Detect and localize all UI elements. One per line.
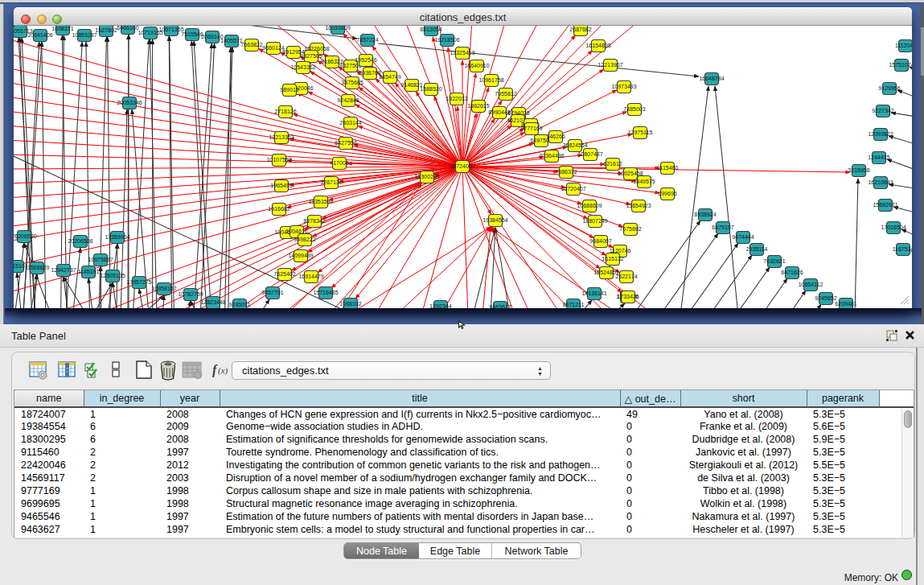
svg-text:20364436: 20364436: [539, 153, 564, 159]
svg-text:1952546: 1952546: [355, 57, 376, 63]
svg-text:12213363: 12213363: [269, 134, 294, 140]
svg-text:16033809: 16033809: [325, 26, 350, 31]
svg-text:1965493: 1965493: [270, 183, 292, 188]
svg-text:3267130: 3267130: [320, 179, 342, 185]
svg-text:15716485: 15716485: [313, 290, 338, 295]
svg-text:19218506: 19218506: [434, 37, 459, 43]
svg-text:10543362: 10543362: [290, 64, 315, 70]
svg-text:16640910: 16640910: [464, 63, 489, 68]
svg-text:2687682: 2687682: [569, 27, 591, 32]
svg-text:(x): (x): [218, 365, 228, 376]
svg-text:1849575: 1849575: [633, 179, 655, 184]
svg-text:13325419: 13325419: [450, 50, 474, 56]
svg-text:26206520: 26206520: [14, 233, 37, 239]
svg-text:6466160: 6466160: [117, 26, 138, 31]
svg-text:16914479: 16914479: [298, 274, 323, 279]
svg-text:10671355: 10671355: [158, 27, 183, 32]
svg-text:9457791: 9457791: [261, 290, 283, 295]
svg-text:1405571: 1405571: [220, 38, 242, 43]
svg-text:10958157: 10958157: [151, 286, 176, 291]
svg-text:12942737: 12942737: [51, 267, 76, 273]
svg-text:2522174: 2522174: [615, 274, 637, 279]
svg-text:7485003: 7485003: [623, 106, 645, 112]
svg-text:7625402: 7625402: [273, 271, 295, 277]
svg-text:f: f: [212, 363, 218, 377]
svg-text:9115460: 9115460: [657, 165, 679, 171]
svg-text:9777169: 9777169: [520, 126, 542, 131]
svg-text:7955812: 7955812: [495, 91, 516, 97]
svg-text:989012: 989012: [280, 87, 298, 93]
svg-text:1527602: 1527602: [95, 27, 117, 33]
svg-text:8813054: 8813054: [420, 27, 441, 32]
svg-text:9242848: 9242848: [337, 97, 359, 103]
svg-text:1615132: 1615132: [602, 256, 623, 262]
svg-text:18724007: 18724007: [450, 163, 474, 169]
svg-text:2718126: 2718126: [274, 109, 296, 114]
svg-text:1167534: 1167534: [893, 246, 912, 252]
svg-text:621612: 621612: [603, 161, 622, 167]
svg-text:1145191: 1145191: [78, 269, 100, 274]
svg-text:11353594: 11353594: [309, 199, 334, 204]
svg-text:6879197: 6879197: [712, 225, 733, 230]
svg-text:9327505: 9327505: [300, 53, 322, 59]
svg-text:8938924: 8938924: [694, 212, 716, 217]
svg-text:9327508: 9327508: [339, 63, 361, 68]
svg-text:3875685: 3875685: [341, 80, 363, 85]
svg-text:1916682: 1916682: [268, 206, 290, 212]
svg-text:746266: 746266: [546, 134, 565, 139]
svg-text:2936768: 2936768: [359, 70, 380, 76]
svg-text:9245652: 9245652: [815, 295, 836, 301]
svg-text:10654112: 10654112: [799, 282, 823, 287]
svg-text:18300295: 18300295: [414, 174, 439, 179]
svg-text:3215958: 3215958: [848, 167, 869, 173]
svg-text:10782759: 10782759: [178, 291, 203, 297]
svg-text:1244415: 1244415: [868, 154, 889, 160]
svg-text:7886372: 7886372: [555, 169, 577, 175]
svg-text:8878342: 8878342: [303, 218, 325, 224]
svg-text:8454749: 8454749: [379, 74, 400, 80]
svg-text:7632621: 7632621: [763, 258, 785, 264]
svg-text:20053346: 20053346: [117, 100, 142, 105]
svg-text:9684067: 9684067: [589, 238, 611, 244]
svg-text:8471626: 8471626: [781, 270, 803, 275]
svg-text:417006: 417006: [330, 160, 348, 166]
svg-text:14099489: 14099489: [288, 253, 313, 258]
svg-text:7857224: 7857224: [356, 37, 378, 43]
svg-text:12093822: 12093822: [868, 131, 893, 137]
svg-text:16154838: 16154838: [585, 43, 610, 48]
svg-text:15751074: 15751074: [889, 62, 912, 68]
svg-text:11568629: 11568629: [25, 265, 50, 270]
svg-text:16210643: 16210643: [868, 179, 893, 185]
svg-text:20691406: 20691406: [27, 32, 52, 38]
svg-text:12213967: 12213967: [598, 62, 622, 68]
svg-text:9474444: 9474444: [732, 234, 754, 240]
svg-text:10807487: 10807487: [577, 151, 602, 157]
svg-text:10973493: 10973493: [611, 84, 636, 89]
svg-text:1066102: 1066102: [339, 301, 361, 307]
svg-text:10853287: 10853287: [72, 32, 97, 38]
svg-text:7675692: 7675692: [619, 226, 641, 232]
svg-text:9227342: 9227342: [872, 108, 893, 113]
svg-text:1588520: 1588520: [420, 86, 441, 92]
svg-text:6209481: 6209481: [835, 301, 856, 307]
svg-text:8427552: 8427552: [335, 140, 356, 146]
svg-text:16648784: 16648784: [699, 76, 724, 81]
svg-text:7515546: 7515546: [181, 31, 203, 37]
svg-text:9129966: 9129966: [878, 85, 900, 91]
svg-text:15692971: 15692971: [873, 202, 897, 208]
svg-text:15720407: 15720407: [561, 186, 585, 192]
svg-text:1362615: 1362615: [467, 103, 489, 109]
svg-text:1008371: 1008371: [51, 26, 73, 31]
svg-text:12823448: 12823448: [200, 299, 225, 305]
svg-text:1733426: 1733426: [617, 294, 639, 299]
svg-text:10107553: 10107553: [266, 157, 291, 163]
svg-text:9463627: 9463627: [489, 304, 511, 308]
svg-text:36824554: 36824554: [562, 142, 587, 148]
svg-text:12505135: 12505135: [100, 273, 125, 278]
svg-text:9245011: 9245011: [229, 302, 251, 307]
svg-text:17016504: 17016504: [881, 225, 906, 230]
svg-text:10961758: 10961758: [478, 77, 503, 83]
svg-text:1112043: 1112043: [895, 43, 912, 48]
svg-text:18807249: 18807249: [582, 218, 607, 224]
svg-text:12975115: 12975115: [628, 130, 653, 135]
